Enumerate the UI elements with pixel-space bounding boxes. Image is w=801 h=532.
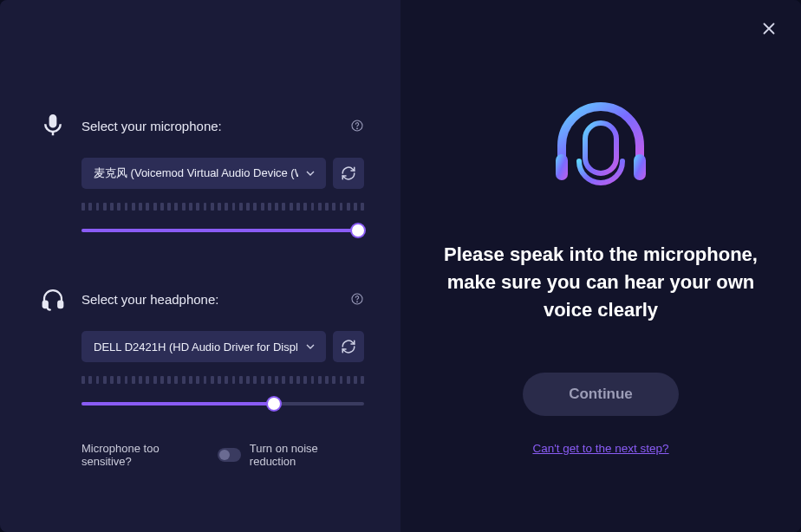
mic-refresh-button[interactable] xyxy=(333,158,364,189)
headphone-icon xyxy=(40,286,66,312)
svg-rect-2 xyxy=(43,302,48,308)
help-icon[interactable] xyxy=(350,119,364,133)
instruction-text: Please speak into the microphone, make s… xyxy=(442,241,759,324)
microphone-group: Select your microphone: 麦克风 (Voicemod Vi… xyxy=(40,113,364,232)
right-panel: Please speak into the microphone, make s… xyxy=(400,0,801,532)
hero-illustration xyxy=(442,94,759,215)
mic-select-value: 麦克风 (Voicemod Virtual Audio Device (WD xyxy=(94,165,298,181)
svg-rect-6 xyxy=(556,154,568,180)
mic-level-meter xyxy=(81,203,364,213)
hp-header-row: Select your headphone: xyxy=(40,286,364,312)
headphone-group: Select your headphone: DELL D2421H (HD A… xyxy=(40,286,364,405)
hp-select-row: DELL D2421H (HD Audio Driver for Display… xyxy=(81,331,364,362)
close-icon[interactable] xyxy=(759,19,778,38)
help-link[interactable]: Can't get to the next step? xyxy=(532,442,668,455)
mic-header-row: Select your microphone: xyxy=(40,113,364,139)
microphone-icon xyxy=(40,113,66,139)
left-panel: Select your microphone: 麦克风 (Voicemod Vi… xyxy=(0,0,400,532)
microphone-headset-icon xyxy=(540,94,661,215)
chevron-down-icon xyxy=(303,166,317,180)
svg-point-5 xyxy=(357,302,358,302)
continue-label: Continue xyxy=(569,386,633,403)
hp-slider-thumb[interactable] xyxy=(268,398,280,410)
chevron-down-icon xyxy=(303,340,317,354)
help-icon[interactable] xyxy=(350,292,364,306)
mic-label: Select your microphone: xyxy=(81,119,350,133)
noise-question: Microphone too sensitive? xyxy=(81,442,209,468)
mic-slider-thumb[interactable] xyxy=(352,224,364,237)
hp-refresh-button[interactable] xyxy=(333,331,364,362)
hp-level-meter xyxy=(81,376,364,386)
mic-volume-slider[interactable] xyxy=(40,229,364,232)
help-link-row: Can't get to the next step? xyxy=(442,440,759,456)
noise-reduction-row: Microphone too sensitive? Turn on noise … xyxy=(81,442,364,468)
setup-dialog: Select your microphone: 麦克风 (Voicemod Vi… xyxy=(0,0,801,532)
mic-select[interactable]: 麦克风 (Voicemod Virtual Audio Device (WD xyxy=(81,158,326,189)
hp-label: Select your headphone: xyxy=(81,292,350,307)
svg-rect-3 xyxy=(58,302,62,308)
noise-toggle[interactable] xyxy=(218,448,241,462)
continue-button[interactable]: Continue xyxy=(523,373,679,416)
mic-select-row: 麦克风 (Voicemod Virtual Audio Device (WD xyxy=(81,158,364,189)
noise-hint: Turn on noise reduction xyxy=(250,442,364,468)
hp-volume-slider[interactable] xyxy=(40,402,364,405)
hp-select[interactable]: DELL D2421H (HD Audio Driver for Display… xyxy=(81,331,326,362)
svg-rect-7 xyxy=(634,154,646,180)
svg-point-1 xyxy=(357,128,358,129)
hp-select-value: DELL D2421H (HD Audio Driver for Display… xyxy=(94,341,298,354)
